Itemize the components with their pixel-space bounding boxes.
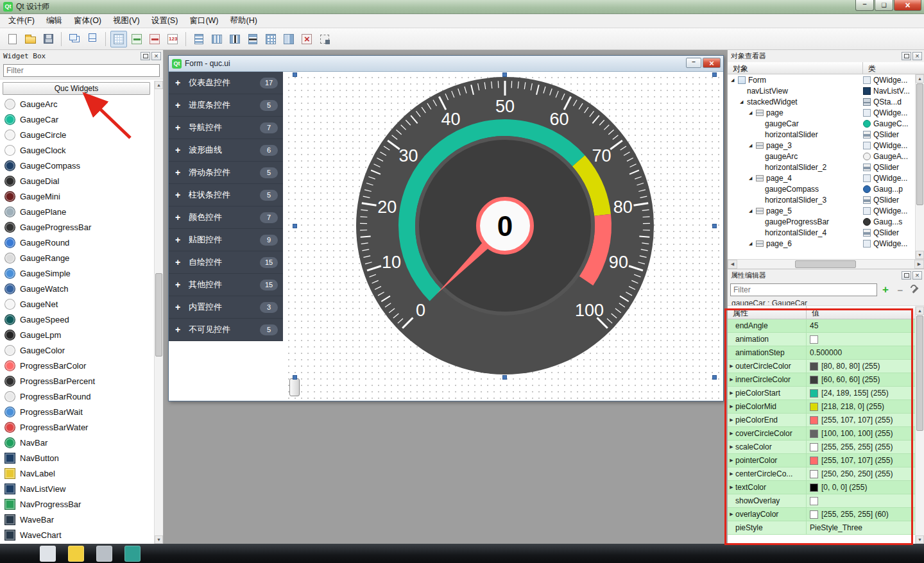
nav-list-item[interactable]: +其他控件15 <box>169 274 283 296</box>
object-tree-row[interactable]: ◢page_3QWidge... <box>728 140 924 151</box>
object-tree-row[interactable]: horizontalSlider_2QSlider <box>728 162 924 172</box>
widget-item[interactable]: GaugeDial <box>0 173 153 189</box>
nav-list-item[interactable]: +仪表盘控件17 <box>169 72 283 94</box>
widget-item[interactable]: GaugeSpeed <box>0 312 153 327</box>
selection-handle[interactable] <box>712 375 717 380</box>
selection-handle[interactable] <box>293 224 297 228</box>
new-file-icon[interactable] <box>4 31 21 47</box>
gauge-car-widget[interactable]: 01020304050607080901000 <box>351 72 659 380</box>
scrollbar-thumb[interactable] <box>155 273 162 357</box>
expanded-arrow-icon[interactable]: ◢ <box>749 110 756 115</box>
property-row[interactable]: endAngle45 <box>728 319 915 333</box>
property-filter-input[interactable] <box>730 283 877 296</box>
property-value-cell[interactable]: [250, 250, 250] (255) <box>807 467 915 480</box>
property-row[interactable]: ▶pieColorEnd[255, 107, 107] (255) <box>728 414 915 427</box>
layout-splitter-vertical-icon[interactable] <box>244 31 261 47</box>
expand-arrow-icon[interactable]: ▶ <box>728 485 735 490</box>
float-panel-icon[interactable] <box>902 271 911 280</box>
configure-property-editor-icon[interactable] <box>909 283 921 296</box>
checkbox[interactable] <box>810 497 818 505</box>
selection-handle[interactable] <box>712 224 717 228</box>
tile-windows-icon[interactable] <box>84 31 101 47</box>
menu-item[interactable]: 编辑 <box>40 13 68 28</box>
menu-item[interactable]: 帮助(H) <box>225 13 263 28</box>
object-tree-row[interactable]: gaugeCarGaugeC... <box>728 118 924 129</box>
object-inspector-scrollbar[interactable]: ▲ ▼ <box>915 74 924 259</box>
widget-item[interactable]: WaveChart <box>0 527 153 542</box>
taskbar-app-3-icon[interactable] <box>96 546 112 562</box>
widget-item[interactable]: GaugeRange <box>0 250 153 265</box>
object-tree-row[interactable]: gaugeProgressBarGaug...s <box>728 216 924 227</box>
widget-item[interactable]: WaveBar <box>0 512 153 527</box>
expand-arrow-icon[interactable]: ▶ <box>728 512 735 517</box>
widget-item[interactable]: GaugeArc <box>0 96 153 112</box>
property-value-cell[interactable]: [255, 255, 255] (60) <box>807 508 915 521</box>
widget-item[interactable]: GaugeCircle <box>0 127 153 142</box>
edit-widgets-icon[interactable] <box>110 31 127 47</box>
expand-arrow-icon[interactable]: ▶ <box>728 444 735 450</box>
checkbox[interactable] <box>810 335 818 344</box>
property-row[interactable]: ▶coverCircleColor[100, 100, 100] (255) <box>728 427 915 441</box>
save-icon[interactable] <box>40 31 56 47</box>
menu-item[interactable]: 窗口(W) <box>184 13 224 28</box>
object-tree-row[interactable]: gaugeArcGaugeA... <box>728 151 924 162</box>
nav-list-item[interactable]: +内置控件3 <box>169 296 283 319</box>
value-column-header[interactable]: 值 <box>807 306 819 319</box>
layout-vertical-icon[interactable] <box>191 31 207 47</box>
expand-arrow-icon[interactable]: ▶ <box>728 471 735 476</box>
adjust-size-icon[interactable] <box>316 31 333 47</box>
menu-item[interactable]: 设置(S) <box>146 13 184 28</box>
widget-item[interactable]: GaugeNet <box>0 296 153 312</box>
property-row[interactable]: ▶overlayColor[255, 255, 255] (60) <box>728 508 915 521</box>
float-panel-icon[interactable] <box>141 52 150 60</box>
property-row[interactable]: showOverlay <box>728 494 915 508</box>
nav-list-item[interactable]: +颜色控件7 <box>169 206 283 229</box>
property-row[interactable]: ▶pointerColor[255, 107, 107] (255) <box>728 454 915 467</box>
property-value-cell[interactable]: [60, 60, 60] (255) <box>807 373 915 386</box>
layout-splitter-horizontal-icon[interactable] <box>227 31 243 47</box>
expanded-arrow-icon[interactable]: ◢ <box>731 78 738 83</box>
edit-buddies-icon[interactable] <box>146 31 163 47</box>
property-row[interactable]: ▶scaleColor[255, 255, 255] (255) <box>728 441 915 454</box>
property-value-cell[interactable]: 0.500000 <box>807 346 915 359</box>
menu-item[interactable]: 窗体(O) <box>68 13 107 28</box>
widget-filter-input[interactable] <box>3 64 160 77</box>
expanded-arrow-icon[interactable]: ◢ <box>749 143 756 148</box>
widget-item[interactable]: NavLabel <box>0 466 153 481</box>
edit-signals-slots-icon[interactable] <box>128 31 145 47</box>
object-tree-row[interactable]: ◢stackedWidgetQSta...d <box>728 96 924 107</box>
expand-arrow-icon[interactable]: ▶ <box>728 377 735 382</box>
property-value-cell[interactable]: 45 <box>807 319 915 332</box>
layout-grid-icon[interactable] <box>262 31 279 47</box>
nav-list-item[interactable]: +不可见控件5 <box>169 319 283 341</box>
scroll-up-icon[interactable]: ▲ <box>916 74 924 83</box>
menu-item[interactable]: 文件(F) <box>3 13 40 28</box>
float-panel-icon[interactable] <box>902 52 911 60</box>
property-row[interactable]: pieStylePieStyle_Three <box>728 521 915 535</box>
object-tree-row[interactable]: ◢page_6QWidge... <box>728 238 924 249</box>
widget-item[interactable]: ProgressBarWait <box>0 404 153 419</box>
property-row[interactable]: ▶outerCircleColor[80, 80, 80] (255) <box>728 360 915 373</box>
widget-box-scrollbar[interactable]: ▲ ▼ <box>154 81 163 544</box>
expand-arrow-icon[interactable]: ▶ <box>728 417 735 423</box>
widget-item[interactable]: ProgressBarPercent <box>0 373 153 389</box>
horizontal-slider[interactable] <box>289 378 300 396</box>
expand-arrow-icon[interactable]: ▶ <box>728 404 735 409</box>
property-value-cell[interactable] <box>807 333 915 346</box>
widget-item[interactable]: NavListView <box>0 481 153 496</box>
widget-category-header[interactable]: Quc Widgets <box>3 82 150 95</box>
form-titlebar[interactable]: Qt Form - quc.ui <box>169 56 723 72</box>
widget-item[interactable]: GaugeCar <box>0 112 153 127</box>
object-tree-row[interactable]: horizontalSliderQSlider <box>728 129 924 140</box>
layout-horizontal-icon[interactable] <box>209 31 225 47</box>
object-column-header[interactable]: 对象 <box>728 62 863 74</box>
widget-item[interactable]: GaugeClock <box>0 142 153 158</box>
break-layout-icon[interactable] <box>298 31 315 47</box>
object-tree-row[interactable]: ◢pageQWidge... <box>728 107 924 118</box>
close-panel-icon[interactable] <box>912 271 922 280</box>
property-row[interactable]: ▶pieColorStart[24, 189, 155] (255) <box>728 387 915 400</box>
widget-item[interactable]: ProgressBarWater <box>0 419 153 435</box>
close-button[interactable] <box>894 0 921 11</box>
property-value-cell[interactable]: [0, 0, 0] (255) <box>807 481 915 494</box>
scroll-up-icon[interactable]: ▲ <box>155 81 163 89</box>
